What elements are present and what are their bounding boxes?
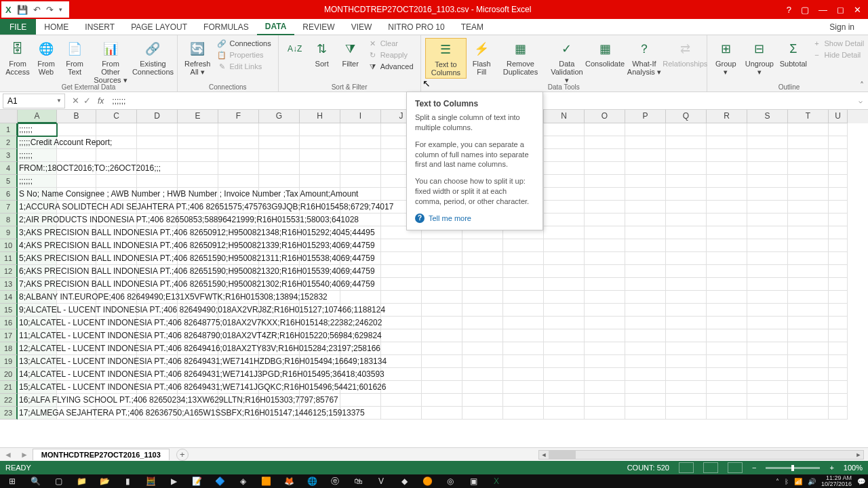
cell[interactable]	[544, 226, 585, 239]
cell[interactable]	[544, 342, 585, 355]
notifications-icon[interactable]: 💬	[857, 478, 865, 485]
cell[interactable]	[707, 188, 747, 201]
cell[interactable]	[422, 317, 462, 329]
cell[interactable]	[788, 329, 829, 342]
group-button[interactable]: ⊞Group ▾	[711, 38, 741, 78]
cell[interactable]	[788, 291, 829, 304]
system-clock[interactable]: 11:29 AM10/27/2016	[821, 475, 852, 487]
cell[interactable]	[585, 188, 625, 201]
cell[interactable]	[625, 381, 666, 394]
cell[interactable]	[829, 149, 848, 162]
col-header-O[interactable]: O	[585, 110, 625, 123]
cell[interactable]	[503, 368, 544, 381]
cell[interactable]	[585, 226, 625, 239]
cell[interactable]	[707, 252, 747, 265]
connections-item[interactable]: 🔗Connections	[217, 38, 271, 49]
cell[interactable]: 9;ALCATEL - LUCENT INDONESIA PT.;406 826…	[18, 304, 57, 317]
cell[interactable]: 6;AKS PRECISION BALL INDONESIA PT.;406 8…	[18, 265, 57, 278]
cell[interactable]	[462, 304, 503, 317]
cell[interactable]	[381, 265, 422, 278]
cell[interactable]	[625, 188, 666, 201]
cell[interactable]	[137, 123, 178, 136]
cell[interactable]	[585, 355, 625, 368]
app4-icon[interactable]: 🟠	[418, 475, 437, 487]
cell[interactable]	[707, 368, 747, 381]
cell[interactable]	[544, 355, 585, 368]
sort-button[interactable]: ⇅Sort	[309, 38, 336, 69]
name-box[interactable]: A1▼	[3, 94, 65, 108]
row-header[interactable]: 14	[0, 291, 18, 304]
cell[interactable]: 2;AIR PRODUCTS INDONESIA PT.;406 8265085…	[18, 214, 57, 226]
cell[interactable]	[829, 381, 848, 394]
cell[interactable]	[585, 381, 625, 394]
remove-duplicates-button[interactable]: ▦Remove Duplicates	[496, 38, 544, 77]
scrollbar-thumb[interactable]	[549, 451, 576, 459]
refresh-all-button[interactable]: 🔄Refresh All ▾	[182, 38, 214, 78]
row-header[interactable]: 21	[0, 381, 18, 394]
cell[interactable]	[503, 329, 544, 342]
search-icon[interactable]: 🔍	[26, 475, 45, 487]
cell[interactable]	[340, 149, 381, 162]
cell[interactable]	[788, 407, 829, 420]
cell[interactable]	[462, 252, 503, 265]
row-header[interactable]: 2	[0, 136, 18, 149]
cell[interactable]	[381, 329, 422, 342]
cell[interactable]: 5;AKS PRECISION BALL INDONESIA PT.;406 8…	[18, 252, 57, 265]
tab-pagelayout[interactable]: PAGE LAYOUT	[123, 20, 195, 35]
cell[interactable]	[422, 239, 462, 252]
cell[interactable]	[666, 265, 707, 278]
cell[interactable]	[747, 368, 788, 381]
cell[interactable]	[707, 136, 747, 149]
cell[interactable]	[381, 394, 422, 407]
cell[interactable]	[503, 394, 544, 407]
firefox-icon[interactable]: 🦊	[279, 475, 298, 487]
cell[interactable]	[462, 265, 503, 278]
text-to-columns-button[interactable]: ☰Text to Columns	[425, 38, 467, 79]
cell[interactable]	[666, 407, 707, 420]
cell[interactable]	[544, 239, 585, 252]
col-header-Q[interactable]: Q	[666, 110, 707, 123]
cell[interactable]	[666, 355, 707, 368]
cell[interactable]	[747, 329, 788, 342]
cell[interactable]: ;;;;;Credit Account Report;	[18, 136, 57, 149]
cell[interactable]	[788, 394, 829, 407]
cell[interactable]	[462, 342, 503, 355]
cell[interactable]	[707, 265, 747, 278]
tab-file[interactable]: FILE	[0, 19, 36, 35]
tray-up-icon[interactable]: ˄	[776, 478, 779, 485]
tab-insert[interactable]: INSERT	[77, 20, 123, 35]
redo-icon[interactable]: ↷	[46, 5, 54, 15]
cell[interactable]	[585, 407, 625, 420]
what-if-button[interactable]: ？What-If Analysis ▾	[622, 38, 667, 78]
cell[interactable]	[788, 317, 829, 329]
cell[interactable]: ;;;;;;	[18, 123, 57, 136]
cell[interactable]: 3;AKS PRECISION BALL INDONESIA PT.;406 8…	[18, 226, 57, 239]
excel-taskbar-icon[interactable]: X	[487, 475, 506, 487]
file-explorer-icon[interactable]: 📁	[72, 475, 91, 487]
cell[interactable]	[666, 329, 707, 342]
cell[interactable]	[788, 265, 829, 278]
sort-az-button[interactable]: A↓Z	[283, 38, 307, 61]
cell[interactable]	[585, 368, 625, 381]
cell[interactable]: 13;ALCATEL - LUCENT INDONESIA PT.;406 82…	[18, 355, 57, 368]
cell[interactable]	[381, 342, 422, 355]
cell[interactable]: 4;AKS PRECISION BALL INDONESIA PT.;406 8…	[18, 239, 57, 252]
cell[interactable]	[707, 226, 747, 239]
sheet-nav-prev-icon[interactable]: ◄	[0, 450, 16, 460]
cell[interactable]	[707, 394, 747, 407]
row-header[interactable]: 3	[0, 149, 18, 162]
row-header[interactable]: 20	[0, 368, 18, 381]
from-web-button[interactable]: 🌐From Web	[33, 38, 60, 77]
help-icon[interactable]: ?	[787, 5, 791, 15]
cell[interactable]: 7;AKS PRECISION BALL INDONESIA PT.;406 8…	[18, 278, 57, 291]
qat-dropdown-icon[interactable]: ▾	[59, 6, 62, 13]
cell[interactable]	[218, 149, 259, 162]
cell[interactable]	[788, 239, 829, 252]
cell[interactable]	[829, 329, 848, 342]
col-header-D[interactable]: D	[137, 110, 178, 123]
col-header-C[interactable]: C	[96, 110, 137, 123]
cell[interactable]	[422, 265, 462, 278]
cell[interactable]	[625, 175, 666, 188]
cell[interactable]	[747, 355, 788, 368]
cell[interactable]	[625, 394, 666, 407]
